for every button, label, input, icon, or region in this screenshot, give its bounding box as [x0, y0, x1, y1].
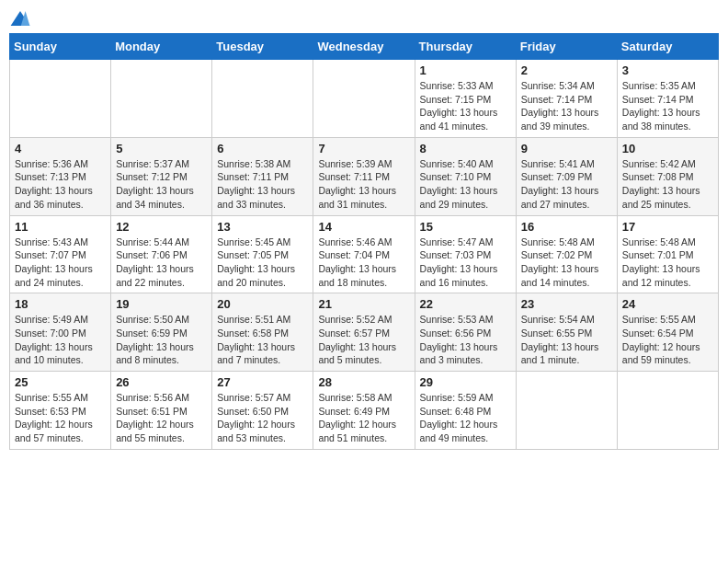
- day-number: 7: [318, 142, 409, 155]
- day-number: 12: [116, 220, 207, 234]
- calendar-cell: 28Sunrise: 5:58 AMSunset: 6:49 PMDayligh…: [313, 372, 415, 450]
- day-detail: Sunrise: 5:51 AMSunset: 6:58 PMDaylight:…: [217, 313, 308, 367]
- day-number: 15: [420, 220, 511, 234]
- calendar-cell: 16Sunrise: 5:48 AMSunset: 7:02 PMDayligh…: [516, 215, 617, 293]
- weekday-header: Friday: [516, 34, 617, 60]
- day-number: 19: [116, 297, 207, 311]
- day-detail: Sunrise: 5:41 AMSunset: 7:09 PMDaylight:…: [521, 157, 612, 212]
- day-detail: Sunrise: 5:47 AMSunset: 7:03 PMDaylight:…: [420, 236, 511, 290]
- day-number: 26: [116, 375, 207, 389]
- day-detail: Sunrise: 5:46 AMSunset: 7:04 PMDaylight:…: [318, 236, 409, 290]
- day-detail: Sunrise: 5:53 AMSunset: 6:56 PMDaylight:…: [420, 313, 511, 367]
- day-number: 23: [521, 297, 612, 311]
- calendar-cell: 21Sunrise: 5:52 AMSunset: 6:57 PMDayligh…: [313, 293, 415, 372]
- day-number: 25: [15, 375, 106, 389]
- day-detail: Sunrise: 5:34 AMSunset: 7:14 PMDaylight:…: [521, 79, 612, 133]
- day-number: 1: [420, 63, 511, 77]
- day-number: 22: [420, 297, 511, 311]
- calendar-cell: 15Sunrise: 5:47 AMSunset: 7:03 PMDayligh…: [415, 215, 516, 293]
- calendar-cell: 12Sunrise: 5:44 AMSunset: 7:06 PMDayligh…: [111, 215, 212, 293]
- day-detail: Sunrise: 5:52 AMSunset: 6:57 PMDaylight:…: [318, 313, 409, 367]
- day-number: 29: [420, 375, 511, 389]
- calendar-cell: 26Sunrise: 5:56 AMSunset: 6:51 PMDayligh…: [111, 372, 212, 450]
- calendar-cell: 1Sunrise: 5:33 AMSunset: 7:15 PMDaylight…: [415, 60, 516, 138]
- weekday-header: Tuesday: [212, 34, 313, 60]
- calendar-cell: [212, 60, 313, 138]
- calendar-week-row: 18Sunrise: 5:49 AMSunset: 7:00 PMDayligh…: [10, 293, 719, 372]
- day-detail: Sunrise: 5:55 AMSunset: 6:54 PMDaylight:…: [622, 313, 713, 367]
- page-header: [9, 9, 719, 28]
- calendar-cell: 19Sunrise: 5:50 AMSunset: 6:59 PMDayligh…: [111, 293, 212, 372]
- calendar-week-row: 25Sunrise: 5:55 AMSunset: 6:53 PMDayligh…: [10, 372, 719, 450]
- calendar-cell: 8Sunrise: 5:40 AMSunset: 7:10 PMDaylight…: [415, 137, 516, 215]
- calendar-cell: 5Sunrise: 5:37 AMSunset: 7:12 PMDaylight…: [111, 137, 212, 215]
- day-number: 14: [318, 220, 409, 234]
- day-detail: Sunrise: 5:48 AMSunset: 7:02 PMDaylight:…: [521, 236, 612, 290]
- day-detail: Sunrise: 5:49 AMSunset: 7:00 PMDaylight:…: [15, 313, 106, 367]
- weekday-header: Wednesday: [313, 34, 415, 60]
- calendar-cell: 2Sunrise: 5:34 AMSunset: 7:14 PMDaylight…: [516, 60, 617, 138]
- day-detail: Sunrise: 5:37 AMSunset: 7:12 PMDaylight:…: [116, 157, 207, 212]
- day-number: 3: [622, 63, 713, 77]
- day-number: 21: [318, 297, 409, 311]
- day-number: 2: [521, 63, 612, 77]
- calendar-cell: 7Sunrise: 5:39 AMSunset: 7:11 PMDaylight…: [313, 137, 415, 215]
- day-detail: Sunrise: 5:45 AMSunset: 7:05 PMDaylight:…: [217, 236, 308, 290]
- day-number: 20: [217, 297, 308, 311]
- day-detail: Sunrise: 5:50 AMSunset: 6:59 PMDaylight:…: [116, 313, 207, 367]
- logo-icon: [9, 9, 31, 28]
- calendar-cell: 3Sunrise: 5:35 AMSunset: 7:14 PMDaylight…: [617, 60, 718, 138]
- calendar-cell: [111, 60, 212, 138]
- day-detail: Sunrise: 5:58 AMSunset: 6:49 PMDaylight:…: [318, 391, 409, 445]
- calendar-cell: [313, 60, 415, 138]
- day-detail: Sunrise: 5:33 AMSunset: 7:15 PMDaylight:…: [420, 79, 511, 133]
- day-number: 5: [116, 142, 207, 155]
- calendar-cell: [10, 60, 111, 138]
- day-number: 8: [420, 142, 511, 155]
- calendar-cell: 20Sunrise: 5:51 AMSunset: 6:58 PMDayligh…: [212, 293, 313, 372]
- day-detail: Sunrise: 5:42 AMSunset: 7:08 PMDaylight:…: [622, 157, 713, 212]
- calendar-cell: 10Sunrise: 5:42 AMSunset: 7:08 PMDayligh…: [617, 137, 718, 215]
- calendar-cell: 27Sunrise: 5:57 AMSunset: 6:50 PMDayligh…: [212, 372, 313, 450]
- calendar-table: SundayMondayTuesdayWednesdayThursdayFrid…: [9, 33, 719, 450]
- day-detail: Sunrise: 5:40 AMSunset: 7:10 PMDaylight:…: [420, 157, 511, 212]
- weekday-header: Sunday: [10, 34, 111, 60]
- day-detail: Sunrise: 5:43 AMSunset: 7:07 PMDaylight:…: [15, 236, 106, 290]
- logo: [9, 9, 35, 28]
- day-number: 6: [217, 142, 308, 155]
- calendar-cell: 24Sunrise: 5:55 AMSunset: 6:54 PMDayligh…: [617, 293, 718, 372]
- day-number: 16: [521, 220, 612, 234]
- day-detail: Sunrise: 5:44 AMSunset: 7:06 PMDaylight:…: [116, 236, 207, 290]
- calendar-week-row: 1Sunrise: 5:33 AMSunset: 7:15 PMDaylight…: [10, 60, 719, 138]
- calendar-week-row: 4Sunrise: 5:36 AMSunset: 7:13 PMDaylight…: [10, 137, 719, 215]
- day-detail: Sunrise: 5:59 AMSunset: 6:48 PMDaylight:…: [420, 391, 511, 445]
- calendar-cell: 29Sunrise: 5:59 AMSunset: 6:48 PMDayligh…: [415, 372, 516, 450]
- calendar-header-row: SundayMondayTuesdayWednesdayThursdayFrid…: [10, 34, 719, 60]
- day-number: 10: [622, 142, 713, 155]
- calendar-cell: 6Sunrise: 5:38 AMSunset: 7:11 PMDaylight…: [212, 137, 313, 215]
- day-detail: Sunrise: 5:55 AMSunset: 6:53 PMDaylight:…: [15, 391, 106, 445]
- weekday-header: Monday: [111, 34, 212, 60]
- calendar-cell: [617, 372, 718, 450]
- calendar-cell: [516, 372, 617, 450]
- day-number: 11: [15, 220, 106, 234]
- calendar-cell: 11Sunrise: 5:43 AMSunset: 7:07 PMDayligh…: [10, 215, 111, 293]
- day-number: 4: [15, 142, 106, 155]
- calendar-week-row: 11Sunrise: 5:43 AMSunset: 7:07 PMDayligh…: [10, 215, 719, 293]
- calendar-cell: 22Sunrise: 5:53 AMSunset: 6:56 PMDayligh…: [415, 293, 516, 372]
- day-number: 9: [521, 142, 612, 155]
- calendar-cell: 18Sunrise: 5:49 AMSunset: 7:00 PMDayligh…: [10, 293, 111, 372]
- day-detail: Sunrise: 5:48 AMSunset: 7:01 PMDaylight:…: [622, 236, 713, 290]
- day-detail: Sunrise: 5:54 AMSunset: 6:55 PMDaylight:…: [521, 313, 612, 367]
- calendar-cell: 4Sunrise: 5:36 AMSunset: 7:13 PMDaylight…: [10, 137, 111, 215]
- day-detail: Sunrise: 5:38 AMSunset: 7:11 PMDaylight:…: [217, 157, 308, 212]
- calendar-cell: 9Sunrise: 5:41 AMSunset: 7:09 PMDaylight…: [516, 137, 617, 215]
- day-number: 28: [318, 375, 409, 389]
- weekday-header: Saturday: [617, 34, 718, 60]
- day-detail: Sunrise: 5:36 AMSunset: 7:13 PMDaylight:…: [15, 157, 106, 212]
- weekday-header: Thursday: [415, 34, 516, 60]
- calendar-cell: 14Sunrise: 5:46 AMSunset: 7:04 PMDayligh…: [313, 215, 415, 293]
- day-number: 27: [217, 375, 308, 389]
- calendar-cell: 17Sunrise: 5:48 AMSunset: 7:01 PMDayligh…: [617, 215, 718, 293]
- day-detail: Sunrise: 5:35 AMSunset: 7:14 PMDaylight:…: [622, 79, 713, 133]
